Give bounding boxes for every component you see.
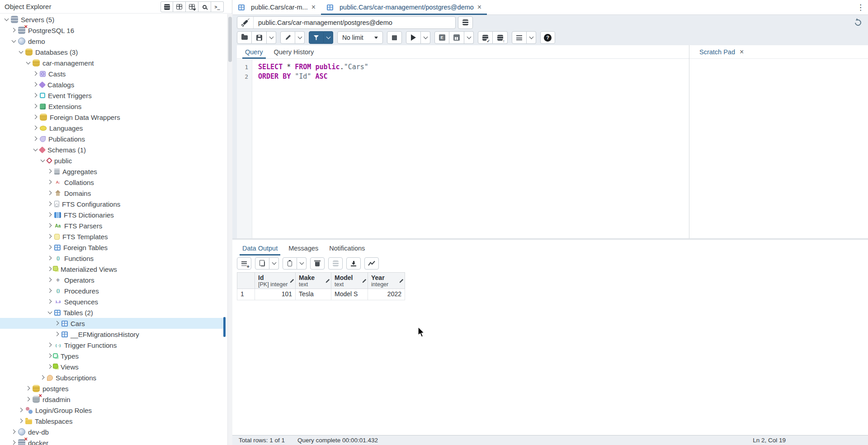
tree-item-materialized-views[interactable]: Materialized Views xyxy=(0,264,223,275)
row-limit-select[interactable]: No limit xyxy=(337,31,383,44)
tree-item-subscriptions[interactable]: Subscriptions xyxy=(0,372,223,383)
chevron-down-icon[interactable] xyxy=(25,60,31,66)
download-button[interactable] xyxy=(346,257,361,270)
tree-item-postgresql-16[interactable]: PostgreSQL 16 xyxy=(0,25,223,36)
dropdown-caret-button[interactable] xyxy=(269,257,279,270)
chevron-right-icon[interactable] xyxy=(47,342,52,348)
row-number-cell[interactable]: 1 xyxy=(237,289,255,300)
chevron-right-icon[interactable] xyxy=(33,93,38,98)
chevron-right-icon[interactable] xyxy=(18,418,24,424)
tree-item-views[interactable]: Views xyxy=(0,361,223,372)
connection-string[interactable]: public.Cars/car-management/postgres@demo xyxy=(254,19,455,26)
grid-cell-id[interactable]: 101 xyxy=(255,289,296,300)
tree-item-event-triggers[interactable]: Event Triggers xyxy=(0,90,223,101)
commit-button[interactable] xyxy=(478,31,493,44)
tree-item-casts[interactable]: Casts xyxy=(0,68,223,79)
code-area[interactable]: 12 SELECT * FROM public."Cars"ORDER BY "… xyxy=(237,59,689,238)
edit-button[interactable] xyxy=(280,31,295,44)
window-menu-icon[interactable]: ⋮ xyxy=(857,3,864,12)
chevron-right-icon[interactable] xyxy=(47,180,52,185)
dropdown-caret-button[interactable] xyxy=(297,257,307,270)
tab-public-cars-car-m[interactable]: public.Cars/car-m...× xyxy=(232,0,321,14)
chevron-right-icon[interactable] xyxy=(18,407,24,413)
save-file-button[interactable] xyxy=(252,31,267,44)
grid-cell-make[interactable]: Tesla xyxy=(296,289,331,300)
sidebar-scrollbar-track[interactable] xyxy=(227,14,232,445)
tree-item-foreign-tables[interactable]: Foreign Tables xyxy=(0,242,223,253)
chevron-right-icon[interactable] xyxy=(47,299,52,304)
chevron-down-icon[interactable] xyxy=(18,49,24,55)
chevron-down-icon[interactable] xyxy=(47,310,52,315)
column-header-id[interactable]: Id[PK] integer xyxy=(255,272,296,289)
chevron-down-icon[interactable] xyxy=(40,158,45,163)
chevron-right-icon[interactable] xyxy=(47,212,52,218)
tree-item-functions[interactable]: Functions xyxy=(0,253,223,264)
chevron-right-icon[interactable] xyxy=(47,201,52,207)
output-tab-messages[interactable]: Messages xyxy=(283,241,324,255)
tree-item-operators[interactable]: Operators xyxy=(0,275,223,285)
output-tab-notifications[interactable]: Notifications xyxy=(324,241,370,255)
chevron-right-icon[interactable] xyxy=(54,321,60,326)
chevron-right-icon[interactable] xyxy=(33,114,38,120)
chevron-right-icon[interactable] xyxy=(33,136,38,142)
grid-cell-model[interactable]: Model S xyxy=(331,289,368,300)
tree-item-docker[interactable]: docker xyxy=(0,437,223,445)
tree-item-types[interactable]: Types xyxy=(0,350,223,361)
chevron-right-icon[interactable] xyxy=(47,353,52,359)
chevron-right-icon[interactable] xyxy=(11,28,16,33)
open-file-button[interactable] xyxy=(237,31,252,44)
dropdown-caret-button[interactable] xyxy=(464,31,474,44)
filter-button[interactable] xyxy=(309,31,324,44)
tree-item-cars[interactable]: Cars xyxy=(0,318,223,329)
column-header-make[interactable]: Maketext xyxy=(296,272,331,289)
chevron-right-icon[interactable] xyxy=(47,169,52,174)
tree-item-public[interactable]: public xyxy=(0,155,223,166)
dropdown-caret-button[interactable] xyxy=(324,31,333,44)
chevron-down-icon[interactable] xyxy=(11,38,16,44)
sql-code[interactable]: SELECT * FROM public."Cars"ORDER BY "Id"… xyxy=(252,59,368,238)
chevron-right-icon[interactable] xyxy=(47,190,52,196)
add-row-button[interactable] xyxy=(237,257,251,270)
sidebar-scrollbar-thumb[interactable] xyxy=(228,17,232,62)
tree-item-fts-parsers[interactable]: FTS Parsers xyxy=(0,220,223,231)
connection-box[interactable]: public.Cars/car-management/postgres@demo xyxy=(237,16,456,29)
output-tab-data-output[interactable]: Data Output xyxy=(237,241,283,255)
paste-button[interactable] xyxy=(283,257,297,270)
tree-item-catalogs[interactable]: Catalogs xyxy=(0,79,223,90)
tree-item-efmigrationshistory[interactable]: __EFMigrationsHistory xyxy=(0,329,223,340)
tab-close-icon[interactable]: × xyxy=(311,4,316,11)
scratch-pad-close-icon[interactable]: × xyxy=(740,48,744,56)
delete-row-button[interactable] xyxy=(310,257,325,270)
tree-item-fts-dictionaries[interactable]: FTS Dictionaries xyxy=(0,209,223,220)
dropdown-caret-button[interactable] xyxy=(295,31,305,44)
chevron-right-icon[interactable] xyxy=(33,125,38,131)
chevron-down-icon[interactable] xyxy=(4,17,9,22)
new-connection-button[interactable] xyxy=(458,16,473,29)
save-data-button[interactable] xyxy=(328,257,343,270)
chevron-right-icon[interactable] xyxy=(47,223,52,228)
execute-button[interactable] xyxy=(406,31,421,44)
tree-item-trigger-functions[interactable]: Trigger Functions xyxy=(0,340,223,350)
chevron-right-icon[interactable] xyxy=(11,440,16,445)
chevron-right-icon[interactable] xyxy=(11,429,16,435)
chevron-down-icon[interactable] xyxy=(33,147,38,152)
column-header-model[interactable]: Modeltext xyxy=(331,272,368,289)
tree-item-extensions[interactable]: Extensions xyxy=(0,101,223,112)
tree-item-publications[interactable]: Publications xyxy=(0,133,223,144)
rollback-button[interactable] xyxy=(493,31,508,44)
tab-public-cars-car-management-postgres-demo[interactable]: public.Cars/car-management/postgres@demo… xyxy=(321,0,487,14)
explain-button[interactable] xyxy=(434,31,449,44)
chart-button[interactable] xyxy=(364,257,379,270)
tree-item-procedures[interactable]: Procedures xyxy=(0,285,223,296)
chevron-right-icon[interactable] xyxy=(47,234,52,239)
tree-item-rdsadmin[interactable]: rdsadmin xyxy=(0,394,223,405)
sidebar-toolbar-button[interactable] xyxy=(160,1,173,12)
grid-cell-year[interactable]: 2022 xyxy=(368,289,405,300)
sidebar-toolbar-button[interactable] xyxy=(173,1,186,12)
chevron-right-icon[interactable] xyxy=(33,71,38,76)
dropdown-caret-button[interactable] xyxy=(527,31,536,44)
tree-item-collations[interactable]: Collations xyxy=(0,177,223,188)
object-tree[interactable]: Servers (5)PostgreSQL 16demoDatabases (3… xyxy=(0,14,223,445)
chevron-right-icon[interactable] xyxy=(47,266,52,272)
tree-item-tables-2[interactable]: Tables (2) xyxy=(0,307,223,318)
